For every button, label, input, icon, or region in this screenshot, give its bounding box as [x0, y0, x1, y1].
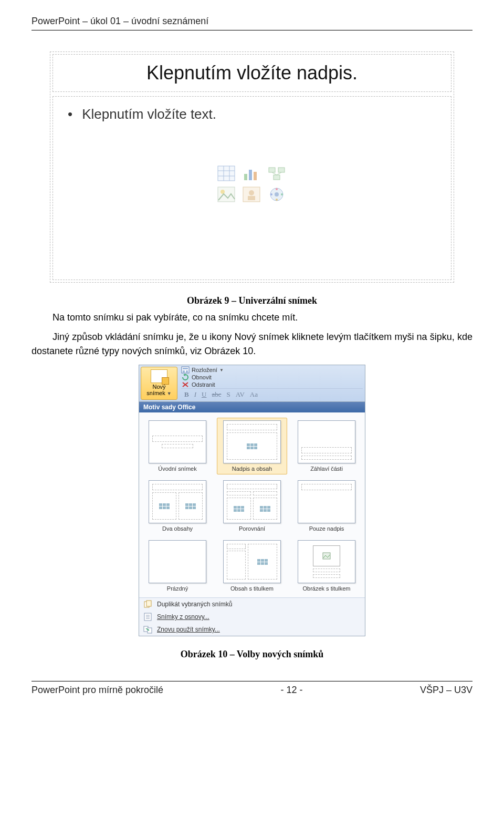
svg-rect-13: [218, 187, 235, 202]
svg-point-23: [270, 193, 272, 195]
svg-rect-27: [186, 370, 188, 373]
layout-label: Dva obsahy: [144, 525, 211, 532]
footer-left: PowerPoint pro mírně pokročilé: [32, 685, 163, 696]
layout-option-section-header[interactable]: Záhlaví části: [291, 418, 362, 474]
layout-label: Obsah s titulkem: [218, 585, 286, 592]
layout-label: Pouze nadpis: [293, 525, 360, 532]
svg-rect-9: [278, 168, 285, 172]
strike-button[interactable]: abc: [212, 390, 221, 399]
insert-picture-icon[interactable]: [215, 185, 237, 203]
layout-option-two-content[interactable]: Dva obsahy: [142, 478, 213, 534]
reset-button-label: Obnovit: [192, 374, 212, 380]
svg-marker-28: [183, 374, 185, 376]
reset-button[interactable]: Obnovit: [181, 374, 363, 381]
layout-option-content-caption[interactable]: Obsah s titulkem: [217, 538, 287, 594]
shadow-button[interactable]: S: [226, 390, 230, 399]
svg-point-14: [220, 190, 225, 194]
page-footer: PowerPoint pro mírně pokročilé - 12 - VŠ…: [32, 681, 472, 696]
gallery-section-header: Motiv sady Office: [139, 402, 365, 412]
layout-option-title-slide[interactable]: Úvodní snímek: [142, 418, 213, 474]
svg-rect-10: [274, 175, 280, 180]
svg-line-12: [277, 172, 281, 175]
delete-icon: [181, 381, 190, 388]
underline-button[interactable]: U: [202, 390, 206, 399]
insert-chart-icon[interactable]: [240, 164, 262, 182]
figure-9-slide: Klepnutím vložíte nadpis. • Klepnutím vl…: [50, 51, 454, 283]
insert-table-icon[interactable]: [215, 164, 237, 182]
font-format-bar: B I U abc S AV Aa: [181, 388, 363, 400]
figure-10-caption: Obrázek 10 – Volby nových snímků: [32, 649, 472, 660]
duplicate-icon: [143, 600, 153, 608]
change-case-button[interactable]: Aa: [250, 390, 258, 399]
layout-button[interactable]: Rozložení ▼: [181, 366, 363, 374]
reuse-icon: [143, 625, 153, 634]
reset-icon: [181, 374, 190, 381]
slide-title-placeholder[interactable]: Klepnutím vložíte nadpis.: [52, 54, 452, 92]
svg-point-20: [276, 188, 278, 190]
figure-10-gallery: Nový snímek ▼ Rozložení ▼ Obnovit: [139, 365, 365, 636]
char-spacing-button[interactable]: AV: [236, 390, 245, 399]
body-paragraph-2: Jiný způsob vkládání snímku je, že u iko…: [32, 330, 472, 358]
layout-label: Prázdný: [144, 585, 211, 592]
layout-option-blank[interactable]: Prázdný: [142, 538, 213, 594]
page-header: PowerPoint – úkol 01 – úvodní seznámení: [32, 16, 472, 30]
duplicate-slides-menuitem[interactable]: Duplikát vybraných snímků: [139, 598, 365, 611]
layout-label: Porovnání: [218, 525, 286, 532]
slide-body-placeholder[interactable]: • Klepnutím vložíte text.: [52, 96, 452, 280]
bold-button[interactable]: B: [184, 390, 189, 399]
slides-from-outline-menuitem[interactable]: Snímky z osnovy...: [139, 611, 365, 623]
italic-button[interactable]: I: [194, 390, 196, 399]
new-slide-label-1: Nový: [144, 384, 174, 390]
reuse-slides-label: Znovu použít snímky...: [157, 626, 220, 633]
body-paragraph-1: Na tomto snímku si pak vybíráte, co na s…: [32, 311, 472, 325]
svg-rect-25: [183, 368, 188, 369]
svg-point-19: [275, 192, 279, 197]
new-slide-button[interactable]: Nový snímek ▼: [141, 367, 177, 400]
svg-point-22: [276, 199, 278, 201]
ribbon-top: Nový snímek ▼ Rozložení ▼ Obnovit: [139, 365, 365, 402]
svg-rect-7: [254, 172, 257, 180]
bullet-icon: •: [68, 106, 73, 122]
layout-option-comparison[interactable]: Porovnání: [217, 478, 287, 534]
slide-body-bullet: • Klepnutím vložíte text.: [68, 106, 436, 122]
footer-page-number: - 12 -: [281, 685, 303, 696]
svg-rect-17: [248, 196, 255, 200]
delete-button[interactable]: Odstranit: [181, 381, 363, 388]
slide-title-placeholder-text: Klepnutím vložíte nadpis.: [146, 62, 358, 84]
dropdown-arrow-icon: ▼: [167, 391, 172, 396]
svg-rect-0: [218, 166, 235, 181]
chevron-down-icon: ▼: [219, 368, 224, 373]
svg-rect-5: [244, 174, 247, 180]
layout-label: Úvodní snímek: [144, 466, 211, 472]
gallery-footer: Duplikát vybraných snímků Snímky z osnov…: [139, 597, 365, 636]
layout-button-label: Rozložení: [192, 367, 217, 373]
layout-icon: [181, 366, 190, 374]
svg-rect-33: [146, 601, 151, 606]
svg-line-11: [272, 172, 277, 175]
insert-smartart-icon[interactable]: [266, 164, 288, 182]
svg-point-16: [249, 190, 254, 195]
layout-label: Nadpis a obsah: [218, 466, 286, 472]
layout-option-picture-caption[interactable]: Obrázek s titulkem: [291, 538, 362, 594]
reuse-slides-menuitem[interactable]: Znovu použít snímky...: [139, 623, 365, 636]
duplicate-slides-label: Duplikát vybraných snímků: [157, 601, 232, 608]
insert-media-icon[interactable]: [266, 185, 288, 203]
outline-icon: [143, 613, 153, 621]
new-slide-icon: [151, 369, 167, 383]
layout-option-title-only[interactable]: Pouze nadpis: [291, 478, 362, 534]
insert-clipart-icon[interactable]: [240, 185, 262, 203]
content-placeholder-icons: [215, 164, 289, 203]
slides-from-outline-label: Snímky z osnovy...: [157, 613, 209, 621]
svg-point-21: [281, 193, 283, 195]
layout-label: Obrázek s titulkem: [293, 585, 360, 592]
layout-label: Záhlaví části: [293, 466, 360, 472]
svg-rect-26: [183, 370, 185, 373]
footer-right: VŠPJ – U3V: [420, 685, 472, 696]
new-slide-label-2: snímek ▼: [144, 390, 174, 397]
figure-9-caption: Obrázek 9 – Univerzální snímek: [32, 295, 472, 306]
slide-body-placeholder-text: Klepnutím vložíte text.: [82, 106, 216, 122]
layout-option-title-content[interactable]: Nadpis a obsah: [217, 418, 287, 474]
delete-button-label: Odstranit: [192, 381, 215, 388]
svg-rect-8: [269, 168, 275, 172]
svg-rect-6: [249, 170, 252, 180]
